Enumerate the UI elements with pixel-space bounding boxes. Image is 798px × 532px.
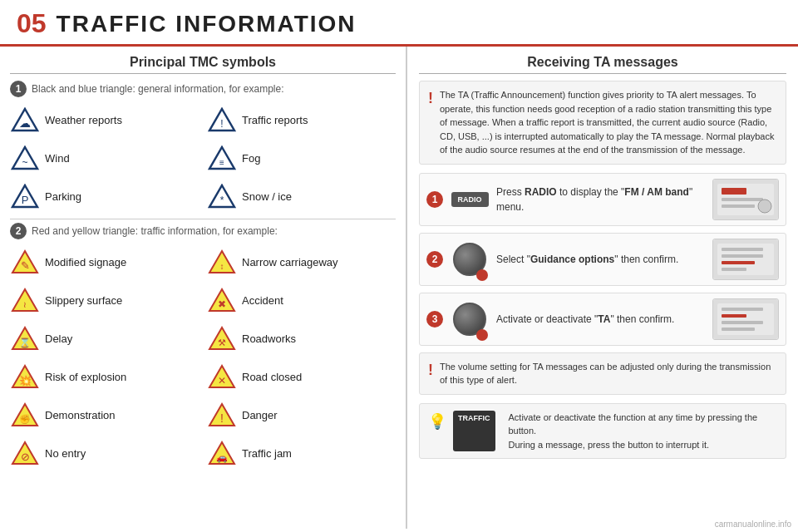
svg-text:💥: 💥	[19, 374, 32, 387]
symbol-wind: ~ Wind	[10, 140, 199, 175]
symbol-snow: * Snow / ice	[207, 179, 396, 214]
svg-text:☁: ☁	[19, 116, 31, 130]
step3-image	[712, 298, 779, 340]
left-panel: Principal TMC symbols 1 Black and blue t…	[0, 47, 407, 529]
svg-text:⊘: ⊘	[21, 451, 30, 463]
divider1	[10, 219, 396, 219]
traffic-note-box: 💡 TRAFFIC Activate or deactivate the fun…	[419, 403, 786, 460]
ta-info-text: The TA (Traffic Announcement) function g…	[440, 88, 777, 157]
svg-text:!: !	[220, 118, 223, 130]
category2-description: Red and yellow triangle: traffic informa…	[32, 225, 278, 237]
delay-label: Delay	[45, 332, 72, 345]
step1-text: Press RADIO to display the "FM / AM band…	[496, 185, 704, 214]
delay-icon: ⌛	[10, 323, 40, 353]
roadworks-label: Roadworks	[242, 332, 296, 345]
symbol-weather: ☁ Weather reports	[10, 102, 199, 137]
category2-badge: 2	[10, 223, 27, 239]
danger-icon: !	[207, 400, 237, 430]
bulb-icon: 💡	[428, 412, 446, 452]
svg-rect-38	[722, 188, 746, 195]
danger-label: Danger	[242, 409, 278, 421]
step2-bold: Guidance options	[530, 254, 614, 265]
wind-label: Wind	[45, 152, 70, 165]
accident-icon: ✖	[207, 285, 237, 315]
traffic-jam-label: Traffic jam	[242, 447, 292, 460]
weather-icon: ☁	[10, 105, 40, 135]
step1-row: 1 RADIO Press RADIO to display the "FM /…	[419, 173, 786, 226]
category1-description: Black and blue triangle: general informa…	[32, 83, 284, 95]
svg-rect-51	[722, 314, 746, 318]
svg-rect-44	[722, 248, 763, 251]
category1-row: 1 Black and blue triangle: general infor…	[10, 81, 396, 97]
road-closed-icon: ✕	[207, 362, 237, 392]
svg-text:!: !	[220, 411, 224, 425]
step1-bold1: RADIO	[525, 186, 557, 198]
exclamation-icon-2: !	[428, 362, 433, 387]
radio-button-visual[interactable]: RADIO	[451, 192, 489, 207]
knob-visual-2[interactable]	[453, 303, 486, 336]
symbol-fog: ≡ Fog	[207, 140, 396, 175]
main-content: Principal TMC symbols 1 Black and blue t…	[0, 47, 798, 529]
svg-rect-45	[722, 254, 763, 258]
fog-label: Fog	[242, 152, 260, 165]
step3-badge: 3	[426, 311, 443, 328]
volume-info-box: ! The volume setting for TA messages can…	[419, 352, 786, 395]
traffic-button-visual[interactable]: TRAFFIC	[453, 411, 495, 452]
symbol-traffic-jam: 🚗 Traffic jam	[207, 436, 396, 470]
step3-text: Activate or deactivate "TA" then confirm…	[496, 312, 704, 327]
svg-rect-46	[722, 261, 755, 264]
fog-icon: ≡	[207, 143, 237, 173]
symbol-traffic-reports: ! Traffic reports	[207, 102, 396, 137]
traffic-note-text: Activate or deactivate the function at a…	[509, 411, 778, 452]
volume-info-text: The volume setting for TA messages can b…	[440, 360, 777, 387]
knob-visual[interactable]	[453, 243, 486, 276]
step2-badge: 2	[426, 251, 443, 268]
step2-icon	[451, 241, 488, 278]
symbol-no-entry: ⊘ No entry	[10, 436, 199, 470]
symbol-modified-signage: ✎ Modified signage	[10, 244, 199, 279]
step3-icon	[451, 301, 488, 337]
symbol-danger: ! Danger	[207, 397, 396, 432]
svg-text:✕: ✕	[218, 375, 226, 387]
svg-text:✊: ✊	[19, 413, 31, 425]
svg-text:≡: ≡	[219, 158, 224, 167]
step2-text: Select "Guidance options" then confirm.	[496, 252, 704, 267]
svg-text:⚒: ⚒	[218, 337, 226, 347]
page-header: 05 TRAFFIC INFORMATION	[0, 0, 798, 47]
step1-icon: RADIO	[451, 181, 488, 218]
traffic-jam-icon: 🚗	[207, 438, 237, 468]
slippery-label: Slippery surface	[45, 294, 122, 307]
slippery-icon: ≀	[10, 285, 40, 315]
traffic-reports-icon: !	[207, 105, 237, 135]
svg-rect-52	[722, 321, 763, 324]
symbol-road-closed: ✕ Road closed	[207, 359, 396, 394]
symbol-narrow-carriageway: ↕ Narrow carriageway	[207, 244, 396, 279]
ta-info-box: ! The TA (Traffic Announcement) function…	[419, 81, 786, 165]
parking-icon: P	[10, 181, 40, 211]
risk-explosion-label: Risk of explosion	[45, 371, 126, 383]
category1-badge: 1	[10, 81, 27, 97]
svg-text:⌛: ⌛	[19, 337, 31, 348]
snow-label: Snow / ice	[242, 190, 292, 203]
symbol-risk-explosion: 💥 Risk of explosion	[10, 359, 199, 394]
step1-bold2: FM / AM band	[624, 186, 689, 198]
svg-text:🚗: 🚗	[216, 451, 228, 463]
roadworks-icon: ⚒	[207, 323, 237, 353]
step1-badge: 1	[426, 191, 443, 208]
wind-icon: ~	[10, 143, 40, 173]
modified-signage-icon: ✎	[10, 247, 40, 277]
step3-bold: TA	[598, 313, 610, 325]
step1-image	[712, 179, 779, 220]
exclamation-icon: !	[428, 90, 433, 157]
symbol-roadworks: ⚒ Roadworks	[207, 321, 396, 356]
modified-signage-label: Modified signage	[45, 256, 126, 268]
right-section-title: Receiving TA messages	[419, 55, 786, 74]
no-entry-icon: ⊘	[10, 438, 40, 468]
symbol-slippery: ≀ Slippery surface	[10, 283, 199, 318]
category2-symbols: ✎ Modified signage ↕ Narrow carriageway	[10, 244, 396, 470]
svg-rect-50	[722, 308, 763, 311]
left-section-title: Principal TMC symbols	[10, 55, 396, 74]
svg-text:✎: ✎	[21, 259, 30, 272]
category1-symbols: ☁ Weather reports ! Traffic reports	[10, 102, 396, 214]
svg-rect-53	[722, 328, 755, 331]
